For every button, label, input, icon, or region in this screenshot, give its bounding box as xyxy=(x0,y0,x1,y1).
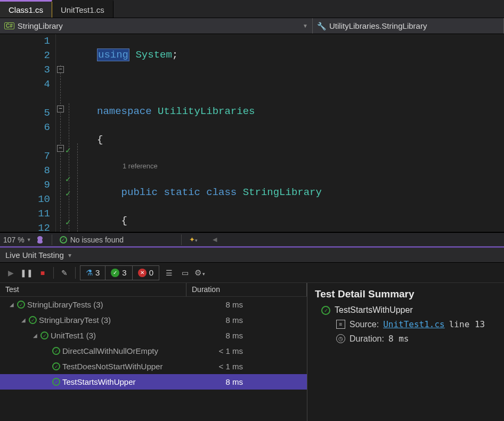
line-number-gutter: 1 2 3 4 x 5 6 x 7 8 9 10 11 12 xyxy=(0,34,56,232)
chevron-down-icon: ▼ xyxy=(303,23,308,29)
test-duration: 8 ms xyxy=(186,377,307,386)
test-detail-panel: Test Detail Summary ✓ TestStartsWithUppe… xyxy=(307,283,504,421)
test-row[interactable]: ◢✓ StringLibraryTest (3)8 ms xyxy=(0,312,307,328)
test-filter-group: ⚗ 3 ✓ 3 ✕ 0 xyxy=(80,265,159,280)
expander-icon[interactable]: ◢ xyxy=(10,302,15,307)
test-row[interactable]: ✓ DirectCallWithNullOrEmpty< 1 ms xyxy=(0,343,307,359)
detail-view-button[interactable]: ▭ xyxy=(178,266,191,279)
pass-icon: ✓ xyxy=(52,347,60,355)
list-view-button[interactable]: ☰ xyxy=(162,266,175,279)
test-row[interactable]: ✓ TestDoesNotStartWithUpper< 1 ms xyxy=(0,359,307,374)
test-row[interactable]: ◢✓ StringLibraryTests (3)8 ms xyxy=(0,297,307,312)
live-unit-testing-panel: Live Unit Testing ▾ ▶ ❚❚ ■ ✎ ⚗ 3 ✓ 3 ✕ 0… xyxy=(0,247,504,421)
test-tree: Test Duration ◢✓ StringLibraryTests (3)8… xyxy=(0,283,307,421)
pass-icon: ✓ xyxy=(40,331,48,339)
test-duration: < 1 ms xyxy=(186,362,307,371)
tab-class1[interactable]: Class1.cs xyxy=(0,0,52,18)
code-editor[interactable]: 1 2 3 4 x 5 6 x 7 8 9 10 11 12 − − − ✓ ✓… xyxy=(0,34,504,232)
tree-header: Test Duration xyxy=(0,283,307,297)
zoom-control[interactable]: 107 %▼ xyxy=(3,236,31,244)
panel-title-bar[interactable]: Live Unit Testing ▾ xyxy=(0,248,504,263)
test-duration: 8 ms xyxy=(186,315,307,325)
check-circle-icon: ✓ xyxy=(60,236,67,244)
collapse-toggle-icon[interactable]: − xyxy=(57,145,64,152)
editor-navbar: C# StringLibrary ▼ 🔧 UtilityLibraries.St… xyxy=(0,18,504,34)
type-dropdown[interactable]: C# StringLibrary ▼ xyxy=(0,18,313,34)
edit-playlist-button[interactable]: ✎ xyxy=(58,266,71,279)
pin-icon[interactable]: ▾ xyxy=(68,252,71,259)
flask-icon: ⚗ xyxy=(86,268,93,278)
pass-icon: ✓ xyxy=(111,269,119,277)
scroll-left-icon[interactable]: ◀ xyxy=(213,236,217,243)
tabs-row: Class1.cs UnitTest1.cs xyxy=(0,0,504,18)
settings-button[interactable]: ⚙▾ xyxy=(194,268,205,278)
member-dropdown-label: UtilityLibraries.StringLibrary xyxy=(329,21,427,30)
test-name: DirectCallWithNullOrEmpty xyxy=(62,346,158,355)
filter-all[interactable]: ⚗ 3 xyxy=(80,266,105,280)
error-indicator[interactable]: ✓ No issues found xyxy=(60,236,124,244)
pass-icon: ✓ xyxy=(321,306,330,315)
duration-value: 8 ms xyxy=(388,334,409,344)
intellicode-icon[interactable] xyxy=(36,236,44,244)
filter-failed[interactable]: ✕ 0 xyxy=(133,266,159,280)
tab-unittest1[interactable]: UnitTest1.cs xyxy=(52,0,113,18)
document-icon: ≡ xyxy=(336,320,345,329)
collapse-toggle-icon[interactable]: − xyxy=(57,66,64,73)
tab-label: UnitTest1.cs xyxy=(61,5,104,14)
csharp-badge-icon: C# xyxy=(4,22,14,29)
collapse-toggle-icon[interactable]: − xyxy=(57,106,64,112)
codelens-references[interactable]: 1 reference xyxy=(123,159,158,173)
tab-label: Class1.cs xyxy=(9,5,43,14)
test-pass-icon: ✓ xyxy=(66,173,71,187)
expander-icon[interactable]: ◢ xyxy=(33,333,38,338)
member-dropdown[interactable]: 🔧 UtilityLibraries.StringLibrary xyxy=(313,18,504,34)
pause-button[interactable]: ❚❚ xyxy=(20,266,33,279)
detail-heading: Test Detail Summary xyxy=(315,288,497,300)
pass-icon: ✓ xyxy=(52,378,60,386)
pass-icon: ✓ xyxy=(52,362,60,370)
test-row[interactable]: ◢✓ UnitTest1 (3)8 ms xyxy=(0,328,307,343)
filter-passed[interactable]: ✓ 3 xyxy=(105,266,132,280)
test-duration: < 1 ms xyxy=(186,346,307,355)
test-pass-icon: ✓ xyxy=(66,216,71,230)
outlining-margin[interactable]: − − − ✓ ✓ ✓ ✓ xyxy=(56,34,96,232)
detail-test-name: TestStartsWithUpper xyxy=(335,305,413,315)
test-name: UnitTest1 (3) xyxy=(51,331,96,340)
source-link[interactable]: UnitTest1.cs xyxy=(383,319,445,329)
test-name: TestStartsWithUpper xyxy=(62,377,136,386)
column-duration[interactable]: Duration xyxy=(186,283,307,296)
test-duration: 8 ms xyxy=(186,331,307,340)
lut-toolbar: ▶ ❚❚ ■ ✎ ⚗ 3 ✓ 3 ✕ 0 ☰ ▭ ⚙▾ xyxy=(0,263,504,283)
code-area[interactable]: using System; namespace UtilityLibraries… xyxy=(96,34,504,232)
test-row[interactable]: ✓ TestStartsWithUpper8 ms xyxy=(0,374,307,390)
play-button[interactable]: ▶ xyxy=(4,266,17,279)
column-test[interactable]: Test xyxy=(0,283,186,296)
cleanup-icon[interactable]: ✦▾ xyxy=(189,236,198,244)
test-name: TestDoesNotStartWithUpper xyxy=(62,362,162,371)
test-duration: 8 ms xyxy=(186,300,307,309)
duration-label: Duration: xyxy=(349,334,384,344)
editor-status-bar: 107 %▼ ✓ No issues found ✦▾ ◀ xyxy=(0,232,504,247)
source-label: Source: xyxy=(349,320,379,329)
expander-icon[interactable]: ◢ xyxy=(21,317,27,323)
type-dropdown-label: StringLibrary xyxy=(18,21,63,30)
test-pass-icon: ✓ xyxy=(66,144,71,158)
test-name: StringLibraryTests (3) xyxy=(27,300,103,309)
stop-button[interactable]: ■ xyxy=(36,266,49,279)
fail-icon: ✕ xyxy=(138,269,147,277)
pass-icon: ✓ xyxy=(29,316,37,324)
wrench-icon: 🔧 xyxy=(317,22,326,30)
test-pass-icon: ✓ xyxy=(66,187,71,201)
test-name: StringLibraryTest (3) xyxy=(39,315,111,325)
pass-icon: ✓ xyxy=(17,301,25,309)
clock-icon: ◷ xyxy=(336,334,345,343)
